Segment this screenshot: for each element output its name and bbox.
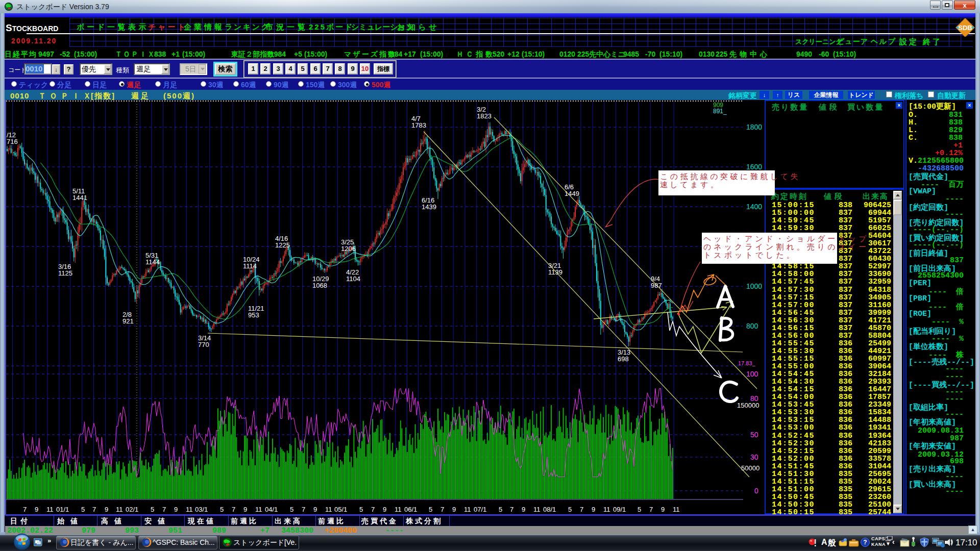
svg-text:921: 921 (122, 317, 134, 325)
svg-text:1441: 1441 (72, 194, 87, 202)
svg-text:50000: 50000 (741, 464, 760, 472)
svg-text:891_: 891_ (713, 108, 727, 115)
svg-text:5: 5 (290, 506, 293, 513)
svg-text:9: 9 (105, 506, 108, 513)
svg-text:5: 5 (499, 506, 502, 513)
svg-text:1800: 1800 (746, 123, 762, 131)
svg-text:7: 7 (649, 506, 653, 513)
svg-text:7: 7 (510, 506, 513, 513)
svg-text:1125: 1125 (58, 269, 72, 277)
svg-text:1000: 1000 (746, 282, 762, 290)
svg-text:50: 50 (750, 431, 758, 439)
svg-text:5: 5 (638, 506, 641, 513)
svg-text:9: 9 (313, 506, 317, 513)
svg-text:5: 5 (429, 506, 432, 513)
svg-text:1783: 1783 (411, 121, 426, 129)
svg-text:5: 5 (220, 506, 224, 513)
svg-text:7: 7 (580, 506, 583, 513)
svg-text:5: 5 (81, 506, 85, 513)
svg-text:9: 9 (452, 506, 456, 513)
svg-text:7: 7 (232, 506, 235, 513)
svg-text:1400: 1400 (746, 203, 762, 211)
svg-text:11: 11 (464, 506, 471, 513)
svg-text:9: 9 (383, 506, 386, 513)
svg-text:5: 5 (151, 506, 154, 513)
svg-text:30: 30 (750, 453, 758, 461)
svg-text:1225: 1225 (275, 241, 290, 249)
svg-text:1068: 1068 (312, 282, 327, 289)
svg-text:11: 11 (603, 506, 610, 513)
svg-text:05/1: 05/1 (334, 506, 347, 513)
svg-text:11: 11 (46, 506, 54, 513)
svg-text:03/1: 03/1 (195, 506, 208, 513)
svg-text:11: 11 (325, 506, 332, 513)
svg-text:02/1: 02/1 (126, 506, 138, 513)
svg-text:1104: 1104 (346, 275, 360, 283)
svg-text:698: 698 (618, 355, 629, 363)
svg-text:800: 800 (746, 322, 758, 330)
svg-text:11: 11 (395, 506, 402, 513)
svg-text:0: 0 (754, 487, 758, 495)
svg-text:11: 11 (673, 506, 680, 513)
svg-text:953: 953 (248, 311, 259, 319)
svg-text:11: 11 (116, 506, 123, 513)
svg-text:1114: 1114 (243, 262, 257, 270)
svg-text:7: 7 (92, 506, 96, 513)
svg-text:07/1: 07/1 (474, 506, 486, 513)
svg-text:7: 7 (162, 506, 166, 513)
svg-text:770: 770 (198, 341, 209, 348)
svg-text:9: 9 (592, 506, 595, 513)
svg-text:100: 100 (746, 370, 758, 378)
svg-text:987: 987 (651, 282, 662, 289)
svg-text:1144: 1144 (145, 258, 160, 266)
svg-text:7: 7 (440, 506, 444, 513)
svg-text:1600: 1600 (746, 163, 762, 171)
svg-text:?: ? (863, 539, 867, 546)
svg-text:9: 9 (174, 506, 178, 513)
svg-text:150000: 150000 (737, 402, 759, 409)
svg-text:7: 7 (23, 506, 27, 513)
svg-text:11: 11 (533, 506, 541, 513)
svg-text:04/1: 04/1 (265, 506, 278, 513)
svg-text:08/1: 08/1 (543, 506, 556, 513)
svg-text:1823: 1823 (477, 112, 492, 120)
svg-text:SDB: SDB (958, 24, 972, 32)
svg-text:9: 9 (522, 506, 525, 513)
svg-text:9: 9 (35, 506, 38, 513)
svg-text:9: 9 (661, 506, 665, 513)
svg-text:1139: 1139 (548, 268, 562, 276)
svg-text:17.83_: 17.83_ (738, 360, 756, 366)
svg-text:11: 11 (255, 506, 262, 513)
svg-text:9: 9 (243, 506, 247, 513)
svg-text:1449: 1449 (565, 190, 579, 197)
svg-text:1439: 1439 (422, 203, 436, 211)
svg-text:716: 716 (7, 138, 18, 145)
svg-text:5: 5 (359, 506, 363, 513)
svg-text:7: 7 (302, 506, 305, 513)
svg-text:5: 5 (568, 506, 572, 513)
svg-text:06/1: 06/1 (404, 506, 417, 513)
svg-text:09/1: 09/1 (613, 506, 626, 513)
svg-text:11: 11 (186, 506, 193, 513)
svg-text:7: 7 (371, 506, 375, 513)
svg-text:1206: 1206 (341, 245, 356, 253)
svg-text:01/1: 01/1 (56, 506, 69, 513)
